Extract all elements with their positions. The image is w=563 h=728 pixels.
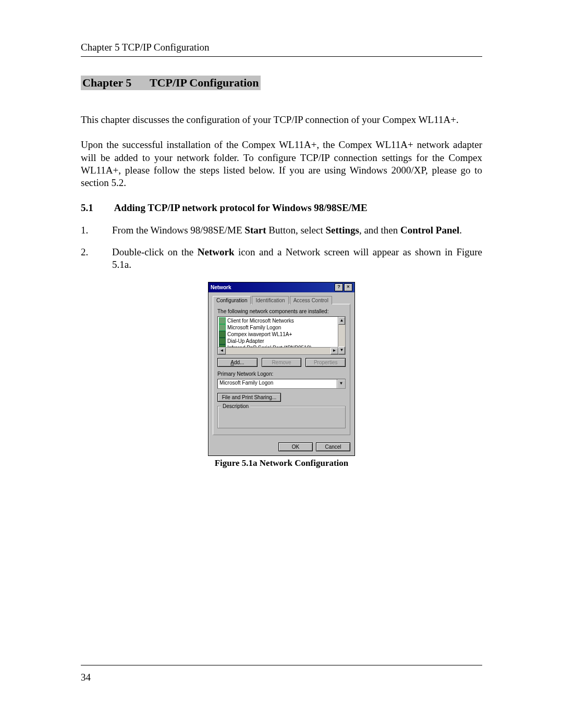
running-head: Chapter 5 TCP/IP Configuration [81,42,482,57]
cancel-button[interactable]: Cancel [316,442,350,451]
adapter-icon [219,338,226,344]
description-groupbox: Description [217,406,346,428]
scroll-right-icon[interactable]: ► [331,348,338,354]
description-label: Description [221,403,250,409]
help-icon[interactable]: ? [335,283,343,291]
chapter-title-number: Chapter 5 [82,76,131,89]
primary-logon-combo[interactable]: Microsoft Family Logon ▼ [217,379,346,389]
network-dialog: Network ? × Configuration Identification… [208,282,355,456]
footer-rule [81,665,482,665]
primary-logon-value: Microsoft Family Logon [218,379,337,388]
tab-identification[interactable]: Identification [252,296,288,304]
steps-list: 1. From the Windows 98/98SE/ME Start But… [81,224,482,272]
step-item: 1. From the Windows 98/98SE/ME Start But… [81,224,482,237]
step-number: 1. [81,224,112,237]
dialog-titlebar[interactable]: Network ? × [209,282,354,292]
step-body: Double-click on the Network icon and a N… [112,246,482,272]
step-number: 2. [81,246,112,272]
figure-caption: Figure 5.1a Network Configuration [81,458,482,468]
dialog-title: Network [211,285,334,290]
tab-configuration[interactable]: Configuration [213,296,251,304]
chevron-down-icon[interactable]: ▼ [337,379,345,388]
section-heading: 5.1 Adding TCP/IP network protocol for W… [81,202,482,214]
scroll-down-icon[interactable]: ▼ [338,347,345,354]
step-body: From the Windows 98/98SE/ME Start Button… [112,224,482,237]
tab-page-configuration: The following network components are ins… [213,304,350,435]
scroll-up-icon[interactable]: ▲ [338,317,345,325]
horizontal-scrollbar[interactable]: ◄ ► [218,347,338,354]
primary-logon-label: Primary Network Logon: [217,371,346,377]
remove-button[interactable]: Remove [262,358,302,367]
list-item[interactable]: Dial-Up Adapter [219,338,344,344]
section-number: 5.1 [81,202,112,214]
components-listbox[interactable]: Client for Microsoft Networks Microsoft … [217,316,346,355]
list-item[interactable]: Compex iwaveport WL11A+ [219,331,344,338]
components-label: The following network components are ins… [217,309,346,314]
chapter-title: Chapter 5 TCP/IP Configuration [81,76,261,90]
tab-strip: Configuration Identification Access Cont… [213,295,350,304]
client-icon [219,324,226,331]
client-icon [219,317,226,324]
tab-access-control[interactable]: Access Control [290,296,332,304]
vertical-scrollbar[interactable]: ▲ ▼ [338,317,345,354]
close-icon[interactable]: × [344,283,352,291]
scroll-left-icon[interactable]: ◄ [218,348,226,354]
add-button[interactable]: Add... [217,358,258,367]
body-paragraph: Upon the successful installation of the … [81,139,482,189]
step-item: 2. Double-click on the Network icon and … [81,246,482,272]
list-item[interactable]: Client for Microsoft Networks [219,317,344,324]
ok-button[interactable]: OK [278,442,313,451]
file-print-sharing-button[interactable]: File and Print Sharing... [217,393,281,402]
list-item[interactable]: Microsoft Family Logon [219,324,344,331]
section-title: Adding TCP/IP network protocol for Windo… [114,202,368,213]
properties-button[interactable]: Properties [305,358,346,367]
intro-paragraph: This chapter discusses the configuration… [81,114,482,126]
chapter-title-text: TCP/IP Configuration [150,76,259,89]
page-number: 34 [81,672,91,683]
adapter-icon [219,331,226,338]
manual-page: Chapter 5 TCP/IP Configuration Chapter 5… [0,0,563,728]
